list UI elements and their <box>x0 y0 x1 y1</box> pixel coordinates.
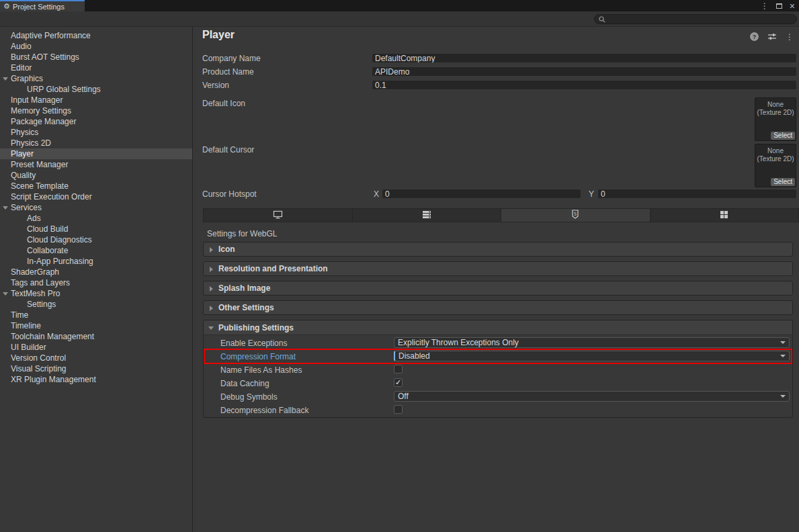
sidebar-item-label: Editor <box>11 63 32 73</box>
dropdown-enable-exceptions[interactable]: Explicitly Thrown Exceptions Only <box>394 337 790 348</box>
platform-tab-webgl[interactable]: 5 <box>501 209 650 222</box>
sidebar-item-label: Timeline <box>11 321 41 330</box>
chevron-down-icon <box>780 355 786 357</box>
sidebar-item-services[interactable]: Services <box>0 202 192 213</box>
sidebar-item-scene-template[interactable]: Scene Template <box>0 181 192 191</box>
sidebar-item-ads[interactable]: Ads <box>0 213 192 224</box>
platform-tab-standalone[interactable] <box>204 209 353 222</box>
sidebar-item-version-control[interactable]: Version Control <box>0 353 192 363</box>
setting-row-enable-exceptions: Enable ExceptionsExplicitly Thrown Excep… <box>204 337 792 350</box>
field-label-product-name: Product Name <box>202 67 254 77</box>
sidebar-item-urp-global-settings[interactable]: URP Global Settings <box>0 84 192 95</box>
sidebar-item-physics[interactable]: Physics <box>0 127 192 138</box>
field-label-version: Version <box>202 81 229 90</box>
sidebar-item-player[interactable]: Player <box>0 148 192 159</box>
sidebar-item-cloud-diagnostics[interactable]: Cloud Diagnostics <box>0 234 192 245</box>
field-input-product-name[interactable] <box>372 66 797 77</box>
sidebar-list: Adaptive PerformanceAudioBurst AOT Setti… <box>0 30 192 385</box>
section-title: Icon <box>218 245 235 254</box>
sidebar-item-adaptive-performance[interactable]: Adaptive Performance <box>0 30 192 41</box>
sidebar-item-in-app-purchasing[interactable]: In-App Purchasing <box>0 256 192 267</box>
checkbox-name-files-as-hashes[interactable] <box>394 365 403 373</box>
sidebar-item-script-execution-order[interactable]: Script Execution Order <box>0 191 192 202</box>
setting-label-name-files-as-hashes: Name Files As Hashes <box>220 365 302 375</box>
close-icon[interactable]: × <box>790 1 795 11</box>
sidebar-item-toolchain-management[interactable]: Toolchain Management <box>0 331 192 342</box>
default-icon-field[interactable]: None (Texture 2D) Select <box>755 97 796 141</box>
panel-menu-icon[interactable]: ⋮ <box>786 33 794 41</box>
field-input-company-name[interactable] <box>372 53 797 63</box>
page-title: Player <box>202 29 235 41</box>
texture-value-line: (Texture 2D) <box>755 109 796 117</box>
section-header-resolution-and-presentation[interactable]: Resolution and Presentation <box>203 261 793 276</box>
tab-project-settings[interactable]: ⚙ Project Settings <box>0 0 85 11</box>
sidebar-item-collaborate[interactable]: Collaborate <box>0 245 192 256</box>
window-menu-icon[interactable]: ⋮ <box>761 2 769 10</box>
presets-icon[interactable] <box>767 32 777 41</box>
sidebar-item-cloud-build[interactable]: Cloud Build <box>0 224 192 234</box>
default-cursor-select-button[interactable]: Select <box>771 178 795 186</box>
sidebar-item-label: Quality <box>11 171 36 180</box>
sidebar-item-burst-aot-settings[interactable]: Burst AOT Settings <box>0 52 192 62</box>
sidebar-item-input-manager[interactable]: Input Manager <box>0 95 192 105</box>
sidebar-item-tags-and-layers[interactable]: Tags and Layers <box>0 277 192 288</box>
sidebar-item-label: Input Manager <box>11 95 62 105</box>
window-controls: ⋮ × <box>761 0 795 11</box>
dropdown-debug-symbols[interactable]: Off <box>394 391 790 402</box>
search-box[interactable] <box>594 14 797 24</box>
foldout-open-icon <box>3 77 8 81</box>
sidebar-item-label: In-App Purchasing <box>27 257 93 266</box>
search-input[interactable] <box>608 15 792 24</box>
sidebar-item-time[interactable]: Time <box>0 310 192 320</box>
checkbox-decompression-fallback[interactable] <box>394 405 403 414</box>
dropdown-value: Off <box>398 392 409 401</box>
sidebar-item-timeline[interactable]: Timeline <box>0 320 192 331</box>
sidebar-item-textmesh-pro[interactable]: TextMesh Pro <box>0 288 192 299</box>
sidebar-item-label: Memory Settings <box>11 106 71 116</box>
hotspot-x-input[interactable] <box>382 189 581 199</box>
sidebar-item-memory-settings[interactable]: Memory Settings <box>0 105 192 116</box>
section-header-publishing-settings[interactable]: Publishing Settings <box>204 320 792 335</box>
sidebar-item-settings[interactable]: Settings <box>0 299 192 310</box>
platform-tab-dedicated-server[interactable] <box>353 209 502 222</box>
sidebar-item-xr-plugin-management[interactable]: XR Plugin Management <box>0 374 192 385</box>
texture-value-line: None <box>755 101 796 109</box>
setting-label-enable-exceptions: Enable Exceptions <box>220 339 287 348</box>
sidebar: Adaptive PerformanceAudioBurst AOT Setti… <box>0 27 193 532</box>
hotspot-y-input[interactable] <box>597 189 797 199</box>
webgl-icon: 5 <box>571 210 579 222</box>
dropdown-value: Disabled <box>398 351 430 361</box>
sidebar-item-shadergraph[interactable]: ShaderGraph <box>0 267 192 277</box>
help-icon[interactable]: ? <box>750 32 759 41</box>
section-splash-image: Splash Image <box>203 281 793 296</box>
sidebar-item-graphics[interactable]: Graphics <box>0 73 192 84</box>
section-other-settings: Other Settings <box>203 300 793 315</box>
sidebar-item-quality[interactable]: Quality <box>0 170 192 181</box>
default-cursor-field[interactable]: None (Texture 2D) Select <box>755 144 796 187</box>
section-header-other-settings[interactable]: Other Settings <box>203 300 793 315</box>
sidebar-item-label: Player <box>11 149 34 159</box>
sidebar-item-label: Package Manager <box>11 117 76 126</box>
platform-tabbar: 5 <box>203 208 799 222</box>
field-row-version: Version <box>194 80 799 91</box>
sidebar-item-label: Collaborate <box>27 246 68 255</box>
section-title: Resolution and Presentation <box>218 264 328 273</box>
default-icon-select-button[interactable]: Select <box>771 132 795 140</box>
dropdown-compression-format[interactable]: Disabled <box>394 351 790 361</box>
checkbox-data-caching[interactable]: ✓ <box>394 378 403 387</box>
sidebar-item-package-manager[interactable]: Package Manager <box>0 116 192 127</box>
field-input-version[interactable] <box>372 80 797 90</box>
section-header-splash-image[interactable]: Splash Image <box>203 281 793 296</box>
section-header-icon[interactable]: Icon <box>203 242 793 257</box>
sidebar-item-physics-2d[interactable]: Physics 2D <box>0 138 192 148</box>
foldout-closed-icon <box>210 286 213 292</box>
sidebar-item-preset-manager[interactable]: Preset Manager <box>0 159 192 170</box>
section-resolution-and-presentation: Resolution and Presentation <box>203 261 793 276</box>
maximize-icon[interactable] <box>776 3 782 9</box>
sidebar-item-editor[interactable]: Editor <box>0 62 192 73</box>
sidebar-item-ui-builder[interactable]: UI Builder <box>0 342 192 353</box>
field-row-company-name: Company Name <box>194 53 799 64</box>
sidebar-item-audio[interactable]: Audio <box>0 41 192 52</box>
sidebar-item-visual-scripting[interactable]: Visual Scripting <box>0 363 192 374</box>
platform-tab-windows-store[interactable] <box>650 209 799 222</box>
